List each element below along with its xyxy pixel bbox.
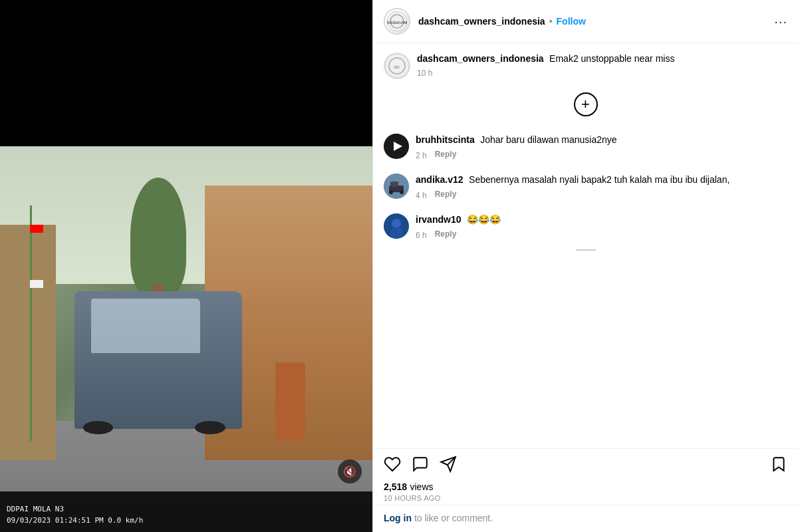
comment-reply-2[interactable]: Reply (435, 190, 457, 199)
car-wheel-right (195, 421, 225, 434)
comment-meta-2: 4 h Reply (416, 188, 787, 200)
views-label: views (410, 481, 434, 492)
avatar-logo-img: DASHCAM (385, 9, 409, 33)
login-bar: Log in to like or comment. (373, 505, 798, 532)
pole (30, 205, 32, 441)
comment-time-1: 2 h (416, 151, 427, 160)
login-rest: to like or comment. (414, 513, 493, 523)
views-stat: 2,518 views (384, 481, 787, 493)
time-ago: 10 HOURS AGO (384, 494, 787, 502)
divider-line (576, 249, 596, 251)
dashcam-video: DDPAI MOLA N3 09/03/2023 01:24:51 PM 0.0… (0, 146, 372, 532)
heart-icon (384, 456, 401, 473)
comment-meta-1: 2 h Reply (416, 148, 787, 160)
comment-username-2[interactable]: andika.v12 (416, 174, 464, 185)
comment-username-1[interactable]: bruhhitscinta (416, 134, 475, 145)
stats-section: 2,518 views 10 HOURS AGO (373, 478, 798, 505)
comment-avatar-1 (384, 134, 409, 159)
caption-time: 10 h (417, 68, 787, 78)
comment-reply-1[interactable]: Reply (435, 150, 457, 159)
like-button[interactable] (384, 456, 401, 473)
partial-divider (373, 247, 798, 253)
share-icon (440, 456, 457, 473)
comment-icon (412, 456, 429, 473)
comment-body-2: andika.v12 Sebenernya masalah nyali bapa… (416, 174, 787, 200)
caption-username[interactable]: dashcam_owners_indonesia (417, 53, 544, 64)
bookmark-button[interactable] (770, 456, 787, 473)
comment-3: irvandw10 😂😂😂 6 h Reply (373, 207, 798, 247)
header-username-area: dashcam_owners_indonesia • Follow (418, 16, 766, 27)
bookmark-icon (770, 456, 787, 473)
video-panel: DDPAI MOLA N3 09/03/2023 01:24:51 PM 0.0… (0, 0, 372, 532)
car (74, 291, 242, 429)
comment-text-3: 😂😂😂 (467, 214, 501, 225)
comment-meta-3: 6 h Reply (416, 228, 787, 240)
caption-section: DC dashcam_owners_indonesia Emak2 unstop… (373, 43, 798, 82)
building-left (0, 225, 56, 460)
flag-white (30, 280, 43, 288)
car-wheel-left (83, 421, 113, 434)
car-windshield (91, 299, 200, 354)
caption-avatar: DC (384, 53, 410, 79)
follow-button[interactable]: Follow (557, 16, 586, 27)
comment-1: bruhhitscinta Johar baru dilawan manusia… (373, 127, 798, 167)
comment-text-2: Sebenernya masalah nyali bapak2 tuh kala… (469, 174, 730, 185)
header-username[interactable]: dashcam_owners_indonesia (418, 16, 545, 27)
comment-text-1: Johar baru dilawan manusia2nye (480, 134, 616, 145)
flag-red (30, 225, 43, 233)
add-comment-button[interactable]: + (574, 92, 598, 116)
plus-icon: + (581, 96, 590, 113)
comment-time-2: 4 h (416, 191, 427, 200)
login-text: Log in to like or comment. (384, 513, 493, 523)
comment-avatar-3 (384, 213, 409, 239)
dashboard-timestamp: 09/03/2023 01:24:51 PM 0.0 km/h (7, 515, 366, 527)
comment-body-3: irvandw10 😂😂😂 6 h Reply (416, 213, 787, 240)
svg-text:DC: DC (394, 65, 400, 69)
svg-text:DASHCAM: DASHCAM (387, 21, 408, 25)
comment-reply-3[interactable]: Reply (435, 229, 457, 239)
video-frame (0, 146, 372, 532)
comment-time-3: 6 h (416, 231, 427, 240)
comment-avatar-2 (384, 174, 409, 199)
caption-text: Emak2 unstoppable near miss (549, 53, 674, 64)
add-comment-section: + (373, 82, 798, 127)
action-icons (384, 456, 787, 473)
share-button[interactable] (440, 456, 457, 473)
dashboard-overlay: DDPAI MOLA N3 09/03/2023 01:24:51 PM 0.0… (0, 491, 372, 532)
svg-rect-10 (390, 182, 398, 187)
post-content[interactable]: DC dashcam_owners_indonesia Emak2 unstop… (373, 43, 798, 448)
views-count: 2,518 (384, 481, 407, 492)
post-panel: DASHCAM dashcam_owners_indonesia • Follo… (372, 0, 798, 532)
svg-point-11 (389, 190, 393, 194)
caption-body: dashcam_owners_indonesia Emak2 unstoppab… (417, 53, 787, 78)
comment-body-1: bruhhitscinta Johar baru dilawan manusia… (416, 134, 787, 160)
svg-point-12 (400, 190, 404, 194)
post-header: DASHCAM dashcam_owners_indonesia • Follo… (373, 0, 798, 43)
header-avatar: DASHCAM (384, 8, 410, 35)
comment-username-3[interactable]: irvandw10 (416, 214, 461, 225)
mute-icon: 🔇 (343, 466, 356, 478)
header-dot: • (549, 16, 553, 27)
motorcyclist (275, 362, 305, 441)
comment-2: andika.v12 Sebenernya masalah nyali bapa… (373, 167, 798, 207)
dashboard-brand: DDPAI MOLA N3 (7, 504, 366, 515)
tree (130, 178, 186, 295)
svg-point-14 (392, 219, 401, 228)
action-bar (373, 448, 798, 478)
more-options-button[interactable]: ··· (774, 14, 787, 29)
comment-button[interactable] (412, 456, 429, 473)
login-link[interactable]: Log in (384, 513, 412, 523)
